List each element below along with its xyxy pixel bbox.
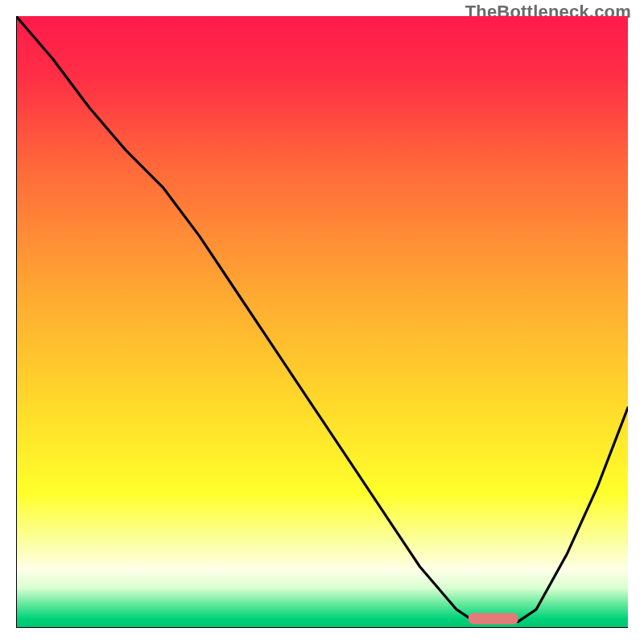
gradient-background: [16, 16, 628, 628]
plot-area: [16, 16, 628, 628]
optimum-marker: [469, 613, 518, 625]
chart-svg: [16, 16, 628, 628]
chart-container: TheBottleneck.com: [0, 0, 644, 644]
